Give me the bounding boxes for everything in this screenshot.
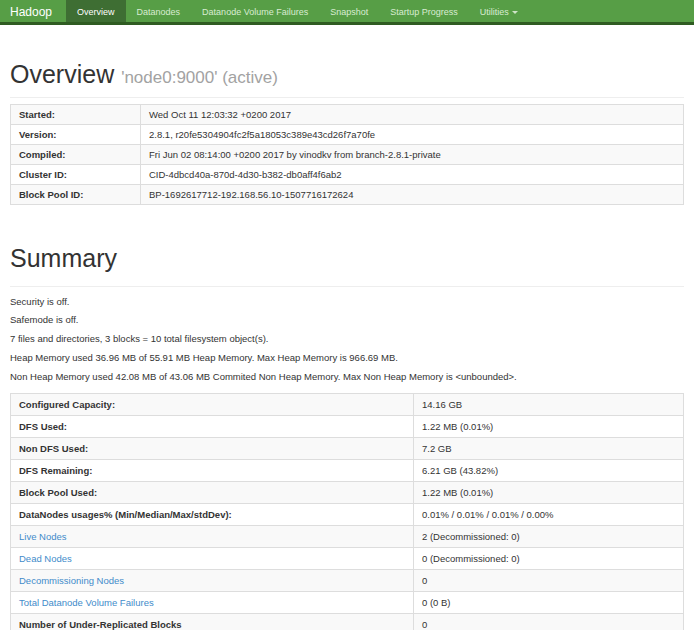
row-label: DFS Used:: [11, 415, 414, 437]
row-label-link[interactable]: Decommissioning Nodes: [19, 575, 124, 586]
row-label: Non DFS Used:: [11, 437, 414, 459]
table-row: Decommissioning Nodes0: [11, 569, 684, 591]
table-row: Block Pool Used:1.22 MB (0.01%): [11, 481, 684, 503]
summary-paragraphs: Security is off.Safemode is off.7 files …: [10, 297, 684, 383]
nav-tab-utilities-label: Utilities: [480, 7, 509, 17]
nav-tab-overview[interactable]: Overview: [66, 0, 126, 22]
row-label-link[interactable]: Dead Nodes: [19, 553, 72, 564]
row-value: 6.21 GB (43.82%): [414, 459, 684, 481]
table-row: Cluster ID:CID-4dbcd40a-870d-4d30-b382-d…: [11, 165, 684, 185]
table-row: DFS Remaining:6.21 GB (43.82%): [11, 459, 684, 481]
nav-tab-snapshot[interactable]: Snapshot: [319, 0, 379, 22]
row-label: Decommissioning Nodes: [11, 569, 414, 591]
overview-title-text: Overview: [10, 60, 114, 88]
page-content: Overview 'node0:9000' (active) Started:W…: [0, 61, 694, 630]
table-row: DataNodes usages% (Min/Median/Max/stdDev…: [11, 503, 684, 525]
overview-table: Started:Wed Oct 11 12:03:32 +0200 2017Ve…: [10, 104, 684, 205]
table-row: Configured Capacity:14.16 GB: [11, 393, 684, 415]
table-row: Total Datanode Volume Failures0 (0 B): [11, 591, 684, 613]
row-value: 0: [414, 569, 684, 591]
row-label: Number of Under-Replicated Blocks: [11, 613, 414, 630]
row-value: 0.01% / 0.01% / 0.01% / 0.00%: [414, 503, 684, 525]
row-value: CID-4dbcd40a-870d-4d30-b382-db0aff4f6ab2: [141, 165, 684, 185]
nav-tab-datanodes[interactable]: Datanodes: [126, 0, 192, 22]
row-label: Block Pool ID:: [11, 185, 141, 205]
table-row: Dead Nodes0 (Decommissioned: 0): [11, 547, 684, 569]
table-row: Number of Under-Replicated Blocks0: [11, 613, 684, 630]
row-label-link[interactable]: Total Datanode Volume Failures: [19, 597, 154, 608]
row-value: 2.8.1, r20fe5304904fc2f5a18053c389e43cd2…: [141, 125, 684, 145]
row-label: DataNodes usages% (Min/Median/Max/stdDev…: [11, 503, 414, 525]
row-value: 0: [414, 613, 684, 630]
row-value: Wed Oct 11 12:03:32 +0200 2017: [141, 105, 684, 125]
summary-table: Configured Capacity:14.16 GBDFS Used:1.2…: [10, 393, 684, 630]
summary-table-wrap: Configured Capacity:14.16 GBDFS Used:1.2…: [10, 393, 684, 630]
row-value: 0 (0 B): [414, 591, 684, 613]
row-label: Dead Nodes: [11, 547, 414, 569]
row-label: Live Nodes: [11, 525, 414, 547]
row-value: 7.2 GB: [414, 437, 684, 459]
table-row: Compiled:Fri Jun 02 08:14:00 +0200 2017 …: [11, 145, 684, 165]
row-label: Block Pool Used:: [11, 481, 414, 503]
top-navbar: Hadoop Overview Datanodes Datanode Volum…: [0, 0, 694, 25]
summary-heading: Summary: [10, 245, 684, 271]
row-label-link[interactable]: Live Nodes: [19, 531, 67, 542]
summary-status-line: Security is off.: [10, 297, 684, 307]
brand-hadoop[interactable]: Hadoop: [0, 0, 66, 22]
row-label: Total Datanode Volume Failures: [11, 591, 414, 613]
nav-tab-startup-progress[interactable]: Startup Progress: [379, 0, 469, 22]
nav-tab-utilities[interactable]: Utilities: [469, 0, 529, 22]
row-label: Configured Capacity:: [11, 393, 414, 415]
nav-items: Overview Datanodes Datanode Volume Failu…: [66, 0, 529, 22]
overview-heading: Overview 'node0:9000' (active): [10, 61, 684, 87]
namenode-address-subtitle: 'node0:9000' (active): [121, 68, 278, 87]
row-value: BP-1692617712-192.168.56.10-150771617262…: [141, 185, 684, 205]
table-row: Started:Wed Oct 11 12:03:32 +0200 2017: [11, 105, 684, 125]
nav-tab-datanode-volume-failures[interactable]: Datanode Volume Failures: [191, 0, 319, 22]
table-row: Non DFS Used:7.2 GB: [11, 437, 684, 459]
row-label: Compiled:: [11, 145, 141, 165]
summary-status-line: Heap Memory used 36.96 MB of 55.91 MB He…: [10, 353, 684, 363]
row-value: 1.22 MB (0.01%): [414, 481, 684, 503]
table-row: DFS Used:1.22 MB (0.01%): [11, 415, 684, 437]
table-row: Version:2.8.1, r20fe5304904fc2f5a18053c3…: [11, 125, 684, 145]
divider: [10, 286, 684, 287]
row-value: 1.22 MB (0.01%): [414, 415, 684, 437]
table-row: Live Nodes2 (Decommissioned: 0): [11, 525, 684, 547]
table-row: Block Pool ID:BP-1692617712-192.168.56.1…: [11, 185, 684, 205]
chevron-down-icon: [512, 11, 518, 14]
summary-status-line: 7 files and directories, 3 blocks = 10 t…: [10, 334, 684, 344]
divider: [10, 97, 684, 98]
row-value: Fri Jun 02 08:14:00 +0200 2017 by vinodk…: [141, 145, 684, 165]
row-value: 0 (Decommissioned: 0): [414, 547, 684, 569]
row-label: Cluster ID:: [11, 165, 141, 185]
row-label: Started:: [11, 105, 141, 125]
row-value: 2 (Decommissioned: 0): [414, 525, 684, 547]
summary-status-line: Non Heap Memory used 42.08 MB of 43.06 M…: [10, 372, 684, 382]
summary-status-line: Safemode is off.: [10, 315, 684, 325]
row-value: 14.16 GB: [414, 393, 684, 415]
row-label: Version:: [11, 125, 141, 145]
row-label: DFS Remaining:: [11, 459, 414, 481]
